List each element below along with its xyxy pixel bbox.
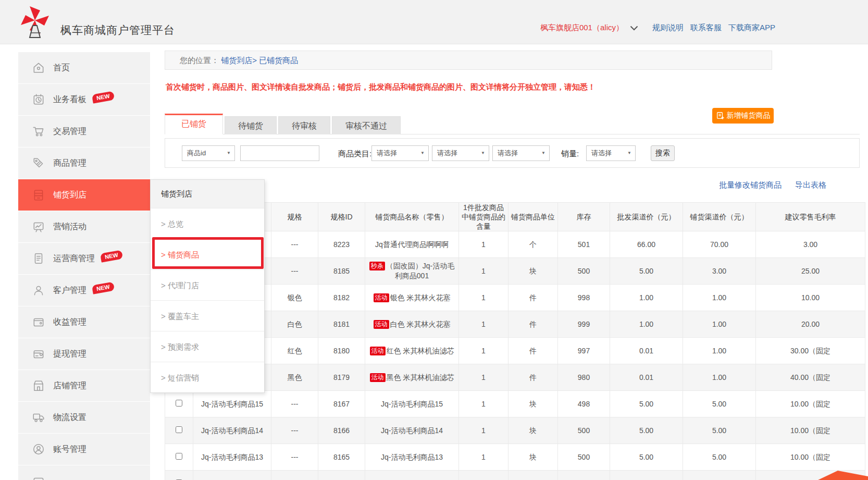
category-label: 商品类目: [338, 139, 371, 168]
stock-cell: 998 [558, 285, 610, 311]
breadcrumb: 您的位置： 铺货到店> 已铺货商品 [165, 51, 772, 70]
flyout-items: > 总览> 铺货商品> 代理门店> 覆盖车主> 预测需求> 短信营销 [151, 208, 264, 392]
row-checkbox[interactable] [176, 426, 182, 433]
corner-ribbon-icon [816, 470, 868, 480]
table-row: 白色8181活动白色 米其林火花塞1件9991.001.0020.00 [165, 311, 865, 338]
filter-box: 商品id ▼ 商品类目: 请选择▼请选择▼请选择▼ 销量: 请选择 ▼ 搜索 [165, 138, 860, 168]
spec-id-cell: 8165 [318, 444, 365, 471]
checkbox-cell [165, 471, 193, 480]
tab-3[interactable]: 审核不通过 [332, 116, 401, 134]
chevron-down-icon[interactable] [630, 23, 638, 32]
unit-cell: 块 [509, 417, 558, 444]
annotation-highlight-box [152, 237, 264, 269]
spec-cell: --- [271, 231, 318, 258]
sidebar-item-goods[interactable]: 商品管理 [18, 147, 150, 179]
promo-badge: 秒杀 [369, 262, 385, 270]
retail-name-cell: Jq-活动毛利商品15 [365, 391, 459, 417]
select-arrow-icon: ▼ [227, 146, 231, 161]
sidebar-item-dashboard[interactable]: 业务看板NEW [18, 84, 150, 115]
tab-2[interactable]: 待审核 [278, 116, 330, 134]
flyout-item-3[interactable]: > 覆盖车主 [151, 300, 264, 331]
pinwheel-logo-icon [19, 4, 51, 40]
sidebar-item-account[interactable]: 账号管理 [18, 434, 150, 465]
new-badge: NEW [92, 91, 115, 103]
search-button[interactable]: 搜索 [651, 145, 675, 161]
add-distribute-product-button[interactable]: 新增铺货商品 [712, 108, 774, 124]
sidebar-item-label: 物流设置 [53, 412, 86, 423]
row-checkbox[interactable] [176, 400, 182, 407]
category-select-2[interactable]: 请选择▼ [432, 145, 489, 161]
tab-1[interactable]: 待铺货 [225, 116, 277, 134]
main-content: 您的位置： 铺货到店> 已铺货商品 首次铺货时，商品图片、图文详情读自批发商品；… [165, 50, 868, 480]
tab-0[interactable]: 已铺货 [165, 114, 223, 134]
sidebar-item-marketing[interactable]: 营销活动 [18, 211, 150, 242]
sidebar-item-distribute[interactable]: 铺货到店 [18, 179, 150, 211]
unit-cell [509, 471, 558, 480]
add-document-icon [716, 112, 724, 120]
keyword-input[interactable] [240, 145, 319, 161]
home-icon [32, 61, 45, 75]
category-select-1[interactable]: 请选择▼ [371, 145, 429, 161]
spec-cell: 白色 [271, 311, 318, 338]
table-header-row: 规格规格ID铺货商品名称（零售）1件批发商品中铺货商品的含量铺货商品单位库存批发… [165, 203, 865, 231]
table-action-0[interactable]: 批量修改铺货商品 [719, 180, 782, 189]
select-arrow-icon: ▼ [481, 146, 485, 161]
retail-name-cell: 活动白色 米其林火花塞 [365, 311, 459, 338]
flyout-title: 铺货到店 [151, 180, 264, 208]
row-checkbox[interactable] [176, 453, 182, 460]
flyout-item-4[interactable]: > 预测需求 [151, 331, 264, 362]
wallet2-icon [32, 347, 45, 361]
retail-name-cell: Jq-活动毛利商品13 [365, 444, 459, 471]
stock-cell: 498 [558, 391, 610, 417]
retail-name-cell: Jq马卡龙12--活动毛利商 [365, 471, 459, 480]
sidebar-item-operator[interactable]: 运营商管理NEW [18, 243, 150, 274]
stock-cell: 500 [558, 444, 610, 471]
wholesale-price-cell: 5.00 [610, 417, 683, 444]
header-link-2[interactable]: 下载商家APP [728, 23, 775, 32]
sidebar-item-withdraw[interactable]: 提现管理 [18, 338, 150, 370]
col-header-9: 铺货渠道价（元） [683, 203, 756, 231]
marketing-icon [32, 220, 45, 233]
page: 枫车商城商户管理平台 枫车旗舰店001（alicy） 规则说明联系客服下载商家A… [0, 0, 868, 480]
distribute-price-cell: 5.00 [683, 391, 756, 417]
sales-select[interactable]: 请选择 ▼ [586, 145, 636, 161]
wholesale-price-cell: 1.00 [610, 285, 683, 311]
header-link-1[interactable]: 联系客服 [690, 23, 722, 32]
sidebar-item-shop[interactable]: 店铺管理 [18, 370, 150, 401]
tag-icon [32, 156, 45, 170]
breadcrumb-path[interactable]: 铺货到店> 已铺货商品 [221, 56, 298, 65]
flyout-item-0[interactable]: > 总览 [151, 208, 264, 239]
flyout-item-5[interactable]: > 短信营销 [151, 362, 264, 392]
search-field-value: 商品id [187, 149, 206, 157]
wholesale-price-cell: 66.00 [610, 231, 683, 258]
dashboard-icon [32, 93, 45, 106]
sidebar-item-customer[interactable]: 客户管理NEW [18, 275, 150, 306]
flyout-item-2[interactable]: > 代理门店 [151, 269, 264, 300]
col-header-8: 批发渠道价（元） [610, 203, 683, 231]
spec-cell: --- [271, 444, 318, 471]
spec-id-cell: 8181 [318, 311, 365, 338]
content-cell: 1 [459, 338, 509, 364]
sidebar-item-income[interactable]: 收益管理 [18, 306, 150, 338]
table-wrap: 规格规格ID铺货商品名称（零售）1件批发商品中铺货商品的含量铺货商品单位库存批发… [165, 202, 868, 480]
table-action-1[interactable]: 导出表格 [795, 180, 826, 189]
sidebar-item-home[interactable]: 首页 [18, 52, 150, 83]
stock-cell: 500 [558, 258, 610, 285]
new-badge: NEW [100, 250, 123, 262]
retail-name-cell: Jq普通代理商品啊啊啊 [365, 231, 459, 258]
sidebar-item-more[interactable] [18, 465, 150, 480]
col-header-2: 规格 [271, 203, 318, 231]
sidebar-item-logistics[interactable]: 物流设置 [18, 402, 150, 433]
content-cell: 1 [459, 417, 509, 444]
table-row: 银色8182活动银色 米其林火花塞1件9981.001.0010.00 [165, 285, 865, 311]
col-header-10: 建议零售毛利率 [756, 203, 865, 231]
header-link-0[interactable]: 规则说明 [652, 23, 684, 32]
spec-id-cell: 8166 [318, 417, 365, 444]
category-select-3[interactable]: 请选择▼ [492, 145, 550, 161]
sidebar-item-trade[interactable]: 交易管理 [18, 116, 150, 147]
table-row: Jq-活动毛利商品15---8167Jq-活动毛利商品151块4985.005.… [165, 391, 865, 417]
search-field-select[interactable]: 商品id ▼ [182, 145, 235, 161]
spec-id-cell: 8185 [318, 258, 365, 285]
shop-name-dropdown[interactable]: 枫车旗舰店001（alicy） [540, 23, 624, 33]
promo-badge: 活动 [374, 320, 389, 329]
